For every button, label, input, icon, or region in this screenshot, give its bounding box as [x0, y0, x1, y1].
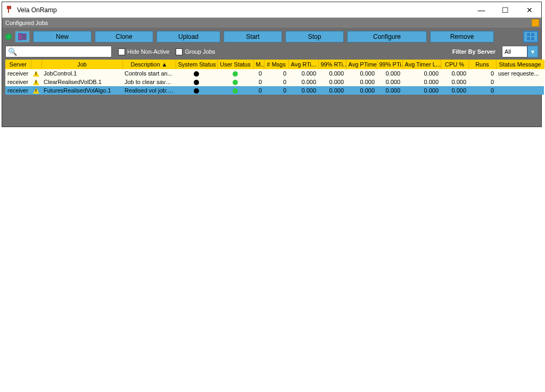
svg-rect-0: [19, 34, 21, 40]
cell-99-pti: 0.000: [377, 78, 402, 86]
svg-rect-6: [527, 37, 530, 40]
filter-server-dropdown-icon[interactable]: ▼: [527, 46, 538, 57]
cell-runs: 0: [468, 86, 496, 95]
cell-avg-timer: 0.000: [402, 78, 441, 86]
connection-led-icon: [5, 34, 12, 40]
col-cpu: CPU %: [441, 60, 468, 69]
user-status-icon: [233, 80, 238, 85]
panel-title: Configured Jobs: [5, 18, 48, 28]
table-row[interactable]: receiverFuturesRealisedVolAlgo.1Realised…: [5, 86, 544, 95]
system-status-icon: [194, 71, 199, 77]
col-m: M...: [253, 60, 264, 69]
group-jobs-checkbox[interactable]: Group Jobs: [176, 48, 215, 55]
cell-avg-rti: 0.000: [288, 86, 318, 95]
checkbox-icon: [176, 48, 183, 55]
cell-runs: 0: [468, 78, 496, 86]
title-bar[interactable]: Vela OnRamp — ☐ ✕: [2, 2, 541, 18]
warning-icon: [33, 71, 39, 77]
cell-server: receiver: [5, 78, 31, 86]
warning-icon: [33, 88, 39, 94]
search-icon: 🔍: [8, 48, 17, 55]
cell-m: 0: [253, 78, 264, 86]
table-row[interactable]: receiverClearRealisedVolDB.1Job to clear…: [5, 78, 544, 86]
window-title: Vela OnRamp: [17, 6, 57, 14]
search-input[interactable]: 🔍: [5, 46, 112, 57]
col-runs: Runs: [468, 60, 496, 69]
col-avg-rti: Avg RTi...: [288, 60, 318, 69]
svg-rect-4: [527, 33, 530, 36]
upload-button[interactable]: Upload: [156, 31, 220, 43]
cell-job: FuturesRealisedVolAlgo.1: [42, 86, 122, 95]
cell-m: 0: [253, 86, 264, 95]
cell-99-rti: 0.000: [318, 86, 346, 95]
table-row[interactable]: receiverJobControl.1Controls start an...…: [5, 69, 544, 78]
cell-avg-timer: 0.000: [402, 86, 441, 95]
col-user-status: User Status: [217, 60, 253, 69]
filter-row: 🔍 Hide Non-Active Group Jobs Filter By S…: [5, 46, 538, 57]
cell-desc: Controls start an...: [122, 69, 176, 78]
system-status-icon: [194, 88, 199, 94]
col-warn: [31, 60, 42, 69]
configure-button[interactable]: Configure: [347, 31, 427, 43]
new-button[interactable]: New: [33, 31, 92, 43]
svg-rect-5: [531, 33, 534, 36]
col-description: Description ▲: [122, 60, 176, 69]
cell-avg-ptime: 0.000: [346, 78, 377, 86]
table-header[interactable]: Server Job Description ▲ System Status U…: [5, 60, 544, 69]
cell-99-pti: 0.000: [377, 69, 402, 78]
cell-status-msg: [496, 78, 544, 86]
list-view-icon[interactable]: [15, 31, 30, 43]
cell-server: receiver: [5, 69, 31, 78]
cell-avg-rti: 0.000: [288, 69, 318, 78]
grid-layout-icon[interactable]: [523, 31, 538, 43]
col-msgs: # Msgs: [264, 60, 288, 69]
svg-rect-1: [22, 34, 26, 35]
cell-cpu: 0.000: [441, 86, 468, 95]
cell-job: JobControl.1: [42, 69, 122, 78]
filter-server-select[interactable]: All: [502, 46, 527, 57]
hide-non-active-checkbox[interactable]: Hide Non-Active: [118, 48, 169, 55]
col-avg-timer: Avg Timer L...: [402, 60, 441, 69]
stop-button[interactable]: Stop: [285, 31, 344, 43]
col-avg-ptime: Avg PTime: [346, 60, 377, 69]
cell-status-msg: [496, 86, 544, 95]
panel-maximize-icon[interactable]: [532, 19, 539, 27]
cell-avg-ptime: 0.000: [346, 69, 377, 78]
checkbox-icon: [118, 48, 125, 55]
jobs-table: Server Job Description ▲ System Status U…: [5, 60, 538, 95]
user-status-icon: [233, 71, 238, 77]
filter-by-server-label: Filter By Server: [452, 48, 496, 55]
svg-rect-2: [22, 36, 26, 37]
cell-job: ClearRealisedVolDB.1: [42, 78, 122, 86]
clone-button[interactable]: Clone: [95, 31, 153, 43]
system-status-icon: [194, 80, 199, 85]
svg-rect-3: [22, 38, 26, 39]
app-window: Vela OnRamp — ☐ ✕ Configured Jobs New Cl…: [2, 2, 542, 127]
svg-rect-7: [531, 37, 534, 40]
col-status-msg: Status Message: [496, 60, 544, 69]
maximize-button[interactable]: ☐: [493, 2, 517, 18]
cell-99-pti: 0.000: [377, 86, 402, 95]
start-button[interactable]: Start: [224, 31, 282, 43]
col-server: Server: [5, 60, 31, 69]
main-toolbar: New Clone Upload Start Stop Configure Re…: [5, 31, 538, 43]
user-status-icon: [233, 88, 238, 94]
app-icon: [5, 6, 14, 14]
cell-avg-ptime: 0.000: [346, 86, 377, 95]
remove-button[interactable]: Remove: [430, 31, 494, 43]
cell-cpu: 0.000: [441, 78, 468, 86]
minimize-button[interactable]: —: [469, 2, 493, 18]
cell-avg-rti: 0.000: [288, 78, 318, 86]
cell-avg-timer: 0.000: [402, 69, 441, 78]
panel-title-bar: Configured Jobs: [2, 18, 541, 28]
close-button[interactable]: ✕: [517, 2, 541, 18]
cell-desc: Job to clear save...: [122, 78, 176, 86]
warning-icon: [33, 79, 39, 85]
cell-server: receiver: [5, 86, 31, 95]
col-99-pti: 99% PTi...: [377, 60, 402, 69]
col-system-status: System Status: [176, 60, 217, 69]
cell-msgs: 0: [264, 69, 288, 78]
cell-msgs: 0: [264, 78, 288, 86]
cell-99-rti: 0.000: [318, 78, 346, 86]
col-job: Job: [42, 60, 122, 69]
